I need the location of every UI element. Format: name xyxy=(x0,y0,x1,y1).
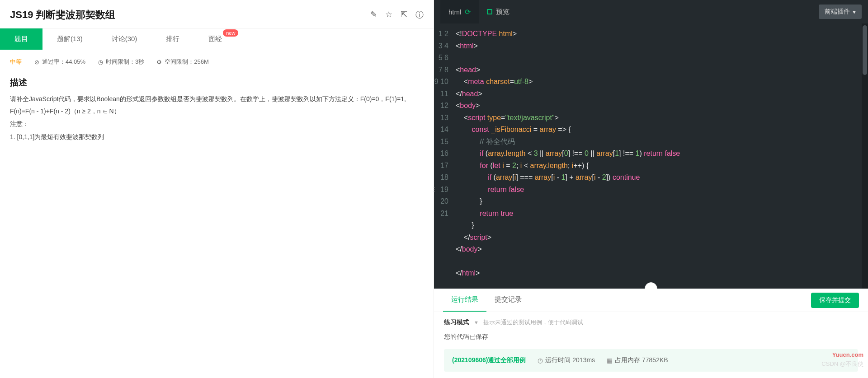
space-limit: ⚙空间限制：256M xyxy=(156,58,209,66)
title-bar: JS19 判断斐波那契数组 ✎ ☆ ⇱ ⓘ xyxy=(0,0,434,28)
tab-submit-history[interactable]: 提交记录 xyxy=(486,289,530,312)
tab-problem[interactable]: 题目 xyxy=(0,28,42,50)
tab-rank[interactable]: 排行 xyxy=(151,28,194,50)
refresh-icon[interactable]: ⟳ xyxy=(465,8,471,16)
tab-solutions[interactable]: 题解(13) xyxy=(42,28,97,50)
problem-tabs: 题目 题解(13) 讨论(30) 排行 面经 new xyxy=(0,28,434,50)
clock-icon: ◷ xyxy=(97,59,104,65)
pass-id: (202109606)通过全部用例 xyxy=(452,356,526,364)
editor-header: html ⟳ 预览 前端插件 ▾ xyxy=(434,0,868,23)
saved-message: 您的代码已保存 xyxy=(434,330,868,347)
desc-line: 请补全JavaScript代码，要求以Boolean的形式返回参数数组是否为斐波… xyxy=(10,93,424,117)
preview-icon xyxy=(487,9,492,14)
description-body: 请补全JavaScript代码，要求以Boolean的形式返回参数数组是否为斐波… xyxy=(0,93,434,143)
mode-desc: 提示未通过的测试用例，便于代码调试 xyxy=(483,318,583,327)
tab-interview-label: 面经 xyxy=(208,35,222,42)
watermark-site: Yuucn.com xyxy=(821,350,863,359)
code-content: <!DOCTYPE html> <html> <head> <meta char… xyxy=(456,28,680,280)
code-editor[interactable]: 1 2 3 4 5 6 7 8 9 10 11 12 13 14 15 16 1… xyxy=(434,23,868,289)
info-icon[interactable]: ⓘ xyxy=(415,9,424,20)
chevron-down-icon: ▾ xyxy=(853,8,856,15)
editor-tab-preview[interactable]: 预览 xyxy=(479,0,518,23)
difficulty-badge: 中等 xyxy=(10,58,22,66)
meta-row: 中等 ⊘通过率：44.05% ◷时间限制：3秒 ⚙空间限制：256M xyxy=(0,50,434,74)
tab-interview[interactable]: 面经 new xyxy=(194,28,236,50)
plugin-button-label: 前端插件 xyxy=(825,8,850,16)
description-heading: 描述 xyxy=(0,74,434,93)
edit-icon[interactable]: ✎ xyxy=(370,9,377,20)
split-handle[interactable]: ⋮ xyxy=(431,186,437,192)
tab-run-result[interactable]: 运行结果 xyxy=(443,289,486,312)
result-tabs: 运行结果 提交记录 保存并提交 xyxy=(434,289,868,312)
editor-tab-html-label: html xyxy=(448,8,461,16)
check-icon: ⊘ xyxy=(33,59,40,65)
pass-rate: ⊘通过率：44.05% xyxy=(33,58,85,66)
mode-label[interactable]: 练习模式 xyxy=(444,318,469,327)
share-icon[interactable]: ⇱ xyxy=(401,9,407,20)
time-limit: ◷时间限制：3秒 xyxy=(97,58,144,66)
gear-icon: ⚙ xyxy=(156,59,162,65)
desc-line: 注意： xyxy=(10,118,424,130)
problem-panel: JS19 判断斐波那契数组 ✎ ☆ ⇱ ⓘ 题目 题解(13) 讨论(30) 排… xyxy=(0,0,434,378)
submit-button[interactable]: 保存并提交 xyxy=(811,293,859,308)
title-actions: ✎ ☆ ⇱ ⓘ xyxy=(370,9,424,20)
mode-row: 练习模式 ▼ 提示未通过的测试用例，便于代码调试 xyxy=(434,312,868,330)
scrollbar[interactable] xyxy=(862,23,868,289)
clock-icon: ◷ xyxy=(538,357,543,364)
desc-line: 1. [0,1,1]为最短有效斐波那契数列 xyxy=(10,131,424,143)
editor-tabs: html ⟳ 预览 xyxy=(440,0,518,23)
editor-tab-html[interactable]: html ⟳ xyxy=(440,0,479,23)
page-title: JS19 判断斐波那契数组 xyxy=(10,8,116,22)
new-badge: new xyxy=(223,29,238,37)
watermark-credit: CSDN @不良使 xyxy=(821,359,863,369)
editor-tab-preview-label: 预览 xyxy=(496,8,509,16)
tab-discuss[interactable]: 讨论(30) xyxy=(97,28,152,50)
scroll-thumb[interactable] xyxy=(863,25,867,75)
editor-panel: html ⟳ 预览 前端插件 ▾ 1 2 3 4 5 6 7 8 9 10 11… xyxy=(434,0,868,378)
pass-result-box: (202109606)通过全部用例 ◷运行时间 2013ms ▦占用内存 778… xyxy=(444,349,858,372)
watermark: Yuucn.com CSDN @不良使 xyxy=(821,350,863,368)
memory-stat: ▦占用内存 77852KB xyxy=(607,356,668,364)
runtime-stat: ◷运行时间 2013ms xyxy=(538,356,595,364)
chip-icon: ▦ xyxy=(607,357,613,364)
collapse-button[interactable]: ⌄ xyxy=(645,282,657,289)
plugin-button[interactable]: 前端插件 ▾ xyxy=(819,5,862,19)
chevron-down-icon[interactable]: ▼ xyxy=(474,320,479,325)
star-icon[interactable]: ☆ xyxy=(385,9,392,20)
